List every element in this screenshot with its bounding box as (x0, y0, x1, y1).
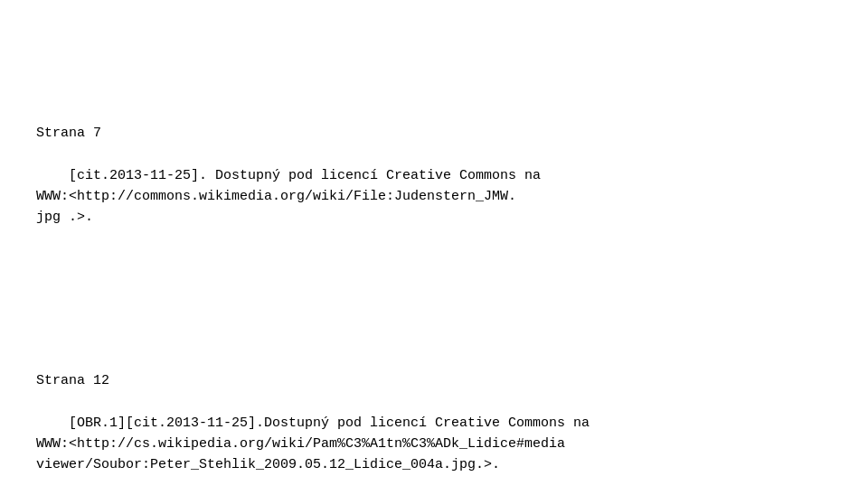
strana7-text-1: [cit.2013-11-25]. Dostupný pod licencí C… (69, 168, 541, 183)
strana12-text-1: [OBR.1][cit.2013-11-25].Dostupný pod lic… (69, 416, 590, 431)
strana7-heading: Strana 7 (36, 123, 832, 144)
strana12-content: [OBR.1][cit.2013-11-25].Dostupný pod lic… (36, 416, 590, 473)
strana7-text-3: jpg .>. (36, 210, 93, 225)
strana7-line1: [cit.2013-11-25]. Dostupný pod licencí C… (36, 168, 541, 226)
strana12-heading: Strana 12 (36, 370, 832, 391)
strana7-text-2: WWW:<http://commons.wikimedia.org/wiki/F… (36, 189, 516, 204)
strana12-text-2: WWW:<http://cs.wikipedia.org/wiki/Pam%C3… (36, 436, 565, 452)
page-content: Strana 7 [cit.2013-11-25]. Dostupný pod … (36, 18, 832, 495)
strana12-block: Strana 12 [OBR.1][cit.2013-11-25].Dostup… (36, 329, 832, 496)
strana7-block: Strana 7 [cit.2013-11-25]. Dostupný pod … (36, 81, 832, 249)
strana12-text-3: viewer/Soubor:Peter_Stehlik_2009.05.12_L… (36, 457, 500, 472)
